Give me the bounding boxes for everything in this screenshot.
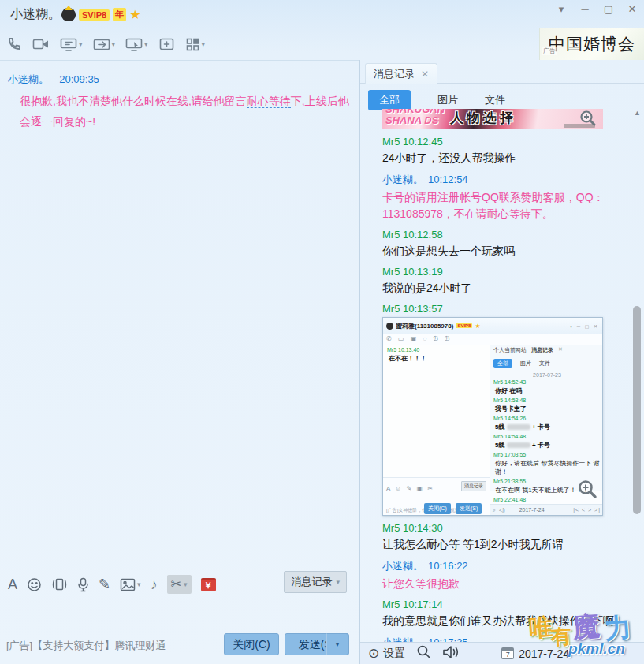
mini-msg-text: 我号卡主了 [495,405,601,413]
scrollbar-thumb[interactable] [633,306,641,514]
history-message: Mr5 10:17:14 我的意思就是你们谁又办法帮我尽快操作一下啊 [382,599,635,629]
history-image-thumbnail[interactable]: SHAKUGAN SHANA DS 人物选择 [382,109,603,129]
msg3-sender: Mr5 [382,266,400,278]
tab-message-history[interactable]: 消息记录 ✕ [365,63,437,84]
skin-caret-icon[interactable]: ▾ [554,3,568,15]
mini-date-divider-1: 2017-07-23 [495,372,599,378]
filter-all[interactable]: 全部 [368,90,411,110]
mini-filter-all: 全部 [493,359,512,368]
date-picker[interactable]: 7 2017-7-24 [501,647,569,660]
send-options-caret[interactable]: ▾ [326,633,348,655]
chat-sender-name[interactable]: 小迷糊。 [8,73,49,85]
msg0-sender: Mr5 [382,136,400,147]
msg3-time: 10:13:19 [403,266,443,278]
close-chat-button[interactable]: 关闭(C) [224,633,279,655]
msg2-time: 10:12:58 [403,229,443,241]
msg7-time: 10:17:14 [403,599,443,610]
message-history-button-label: 消息记录 [291,575,332,589]
mini-input-icons: A ☺ ✎ ▣ ✂ [386,485,434,492]
history-date: 2017-7-24 [519,647,569,660]
msg6-text: 让您久等很抱歉 [382,576,624,592]
font-style-icon[interactable]: A [8,577,17,591]
history-message: 小迷糊。10:12:54 卡号的请用注册帐号QQ联系赞助客服，QQ：113108… [382,173,635,222]
mini-left-chat: Mr5 10:13:40 在不在！！！ [383,345,490,477]
voice-call-icon[interactable] [6,36,22,52]
banner-ad-label: 广告 [542,47,557,55]
music-icon[interactable]: ♪ [151,577,158,591]
voice-message-icon[interactable] [77,577,89,592]
send-image-icon[interactable]: ▾ [120,578,141,591]
remote-desktop-caret-icon[interactable]: ▾ [144,40,148,48]
mini-search-icon: ⌕ [493,507,496,513]
footer-ad-link[interactable]: [广告]【支持大额支付】腾讯理财通 [6,639,166,653]
minimize-button[interactable]: ─ [578,3,592,15]
send-file-caret-icon[interactable]: ▾ [112,40,116,48]
window-controls: ▾ ─ ▢ ✕ [554,3,639,15]
settings-label: 设置 [383,647,405,661]
close-button[interactable]: ✕ [625,3,639,15]
settings-gear-icon: ⊙ [368,645,379,662]
badge-row: SVIP8 年 ★ [61,7,141,22]
msg5-time: 10:14:30 [403,522,443,534]
qq-penguin-icon[interactable] [61,8,76,21]
video-call-icon[interactable] [32,37,50,51]
msg7-text: 我的意思就是你们谁又办法帮我尽快操作一下啊 [382,613,624,629]
msg3-text: 我说的是24小时了 [382,280,624,297]
mini-toolbar-icons: ✆ ▭ ▣ ◌ ℬ ℬ [386,335,452,342]
mini-speaker-icon: ◁) [499,507,505,513]
mini-send-button: 发送(S) [456,503,482,514]
msg7-sender: Mr5 [382,599,400,610]
banner-ad[interactable]: 中国婚博会 广告 [539,28,644,60]
remote-desktop-icon[interactable]: ▾ [125,37,148,52]
mini-input-bar: A ☺ ✎ ▣ ✂ 消息记录 [广告]女神进阶，你喜欢的大胸优酱了 关闭(C) … [383,477,490,516]
screenshot-caret-icon[interactable]: ▾ [184,580,188,588]
message-history-caret-icon: ▾ [336,578,340,586]
search-icon[interactable] [416,644,431,662]
screenshot-tool-active[interactable]: ✂ ▾ [167,575,192,594]
screen-share-caret-icon[interactable]: ▾ [79,40,83,48]
apps-grid-caret-icon[interactable]: ▾ [202,40,206,48]
mini-msg-time: Mr5 14:52:43 [493,379,601,385]
send-file-icon[interactable]: ▾ [93,37,116,52]
filter-files[interactable]: 文件 [485,93,505,107]
svip-badge[interactable]: SVIP8 [79,9,110,21]
mini-status-bar: ⌕ ◁) 2017-7-24 |< < > >| [490,504,603,515]
mini-pagination: |< < > >| [573,507,601,513]
filter-images[interactable]: 图片 [437,93,458,107]
window-shake-icon[interactable] [51,577,68,591]
msg4-time: 10:13:57 [403,303,443,315]
speaker-icon[interactable] [442,645,460,662]
msg6-sender: 小迷糊。 [382,560,423,572]
mini-tab-row: 个人当前网站 消息记录 ✕ [490,345,603,356]
tab-close-icon[interactable]: ✕ [421,69,429,80]
input-divider [0,565,359,565]
scroll-up-arrow-icon[interactable]: ▲ [634,109,641,117]
chat-message-link[interactable]: 耐心等待 [247,95,291,108]
screenshot-scissors-icon[interactable]: ✂ [171,577,181,591]
mini-msg-text: 你好，请在线后 帮我尽快操作一下 谢谢！ [495,459,601,476]
screen-share-icon[interactable]: ▾ [60,37,83,52]
history-list: SHAKUGAN SHANA DS 人物选择 Mr5 10:12:45 24小时… [360,109,635,664]
emoticon-icon[interactable] [27,577,42,592]
maximize-button[interactable]: ▢ [601,3,616,15]
mini-msg-time: Mr5 14:54:48 [493,434,601,439]
history-message: 小迷糊。10:16:22 让您久等很抱歉 [382,559,635,592]
embedded-screenshot-image[interactable]: 蜜莉雅(1131085978) SVIP8 ★ ▾ ─ ▢ ✕ ✆ ▭ ▣ ◌ … [382,317,603,516]
settings-control[interactable]: ⊙ 设置 [368,645,405,662]
history-message: Mr5 10:13:19 我说的是24小时了 [382,266,635,297]
message-history-button[interactable]: 消息记录 ▾ [284,571,347,593]
create-chat-icon[interactable] [158,37,175,52]
svip-year-badge[interactable]: 年 [113,8,126,21]
send-image-caret-icon[interactable]: ▾ [137,580,141,588]
red-packet-icon[interactable]: ￥ [201,578,216,591]
apps-grid-icon[interactable]: ▾ [185,37,206,52]
doodle-icon[interactable]: ✎ [99,577,110,591]
mini-window-controls: ▾ ─ ▢ ✕ [570,323,599,329]
message-history-panel: 消息记录 ✕ 全部 图片 文件 SHAKUGAN SHANA DS 人物选择 M… [359,60,644,664]
star-icon[interactable]: ★ [129,7,140,22]
msg1-time: 10:12:54 [428,173,468,185]
mini-tab2: 消息记录 [531,346,553,354]
mini-left-msg: 在不在！！！ [389,354,486,363]
zoom-magnifier-icon[interactable] [577,479,597,502]
zoom-magnifier-icon[interactable] [579,110,597,129]
